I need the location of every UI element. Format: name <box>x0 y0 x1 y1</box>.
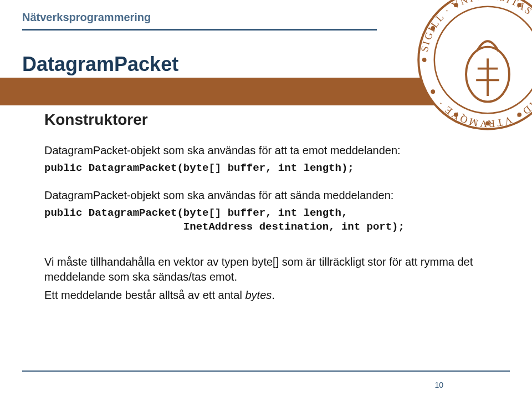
svg-point-11 <box>422 58 427 62</box>
paragraph-note-1: Vi måste tillhandahålla en vektor av typ… <box>44 255 488 285</box>
text-em-bytes: bytes <box>245 289 272 301</box>
paragraph-send: DatagramPacket-objekt som ska användas f… <box>44 188 488 203</box>
spacer <box>44 247 488 255</box>
text-post: . <box>272 289 275 301</box>
footer-rule <box>22 371 510 372</box>
slide: Nätverksprogrammering DatagramPacket SIG… <box>0 0 532 406</box>
text-pre: Ett meddelande består alltså av ett anta… <box>44 289 245 301</box>
subheading: Konstruktorer <box>44 111 488 129</box>
code-line-2: InetAddress destination, int port); <box>44 221 405 233</box>
slide-body: Konstruktorer DatagramPacket-objekt som … <box>44 111 488 306</box>
page-number: 10 <box>434 380 443 389</box>
breadcrumb: Nätverksprogrammering <box>22 11 151 24</box>
code-constructor-recv: public DatagramPacket(byte[] buffer, int… <box>44 161 488 176</box>
paragraph-recv: DatagramPacket-objekt som ska användas f… <box>44 143 488 158</box>
paragraph-note-2: Ett meddelande består alltså av ett anta… <box>44 288 488 303</box>
svg-point-10 <box>431 89 435 94</box>
code-constructor-send: public DatagramPacket(byte[] buffer, int… <box>44 206 488 235</box>
page-title: DatagramPacket <box>22 53 178 76</box>
header-rule <box>22 29 377 31</box>
code-line-1: public DatagramPacket(byte[] buffer, int… <box>44 207 347 219</box>
